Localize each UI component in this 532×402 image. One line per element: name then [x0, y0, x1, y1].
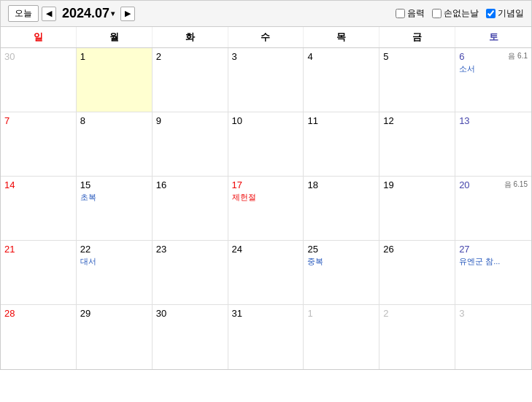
- cell-event: 유엔군 참...: [459, 256, 528, 267]
- cell-number: 12: [383, 115, 451, 126]
- month-year-text: 2024.07: [62, 6, 109, 21]
- day-headers: 일 월 화 수 목 금 토: [1, 27, 531, 48]
- cell-number: 30: [4, 51, 72, 62]
- cal-cell-w3-d5[interactable]: 26: [379, 241, 455, 305]
- cal-cell-w0-d3[interactable]: 3: [228, 48, 304, 112]
- cell-number: 15: [80, 179, 148, 190]
- cell-number: 3: [459, 308, 528, 319]
- cal-cell-w1-d0[interactable]: 7: [1, 112, 77, 177]
- holiday-checkbox-label[interactable]: 손없는날: [432, 7, 479, 20]
- cal-cell-w2-d6[interactable]: 음 6.1520: [455, 177, 531, 241]
- cell-event: 제헌절: [232, 192, 300, 203]
- cell-number: 4: [307, 51, 375, 62]
- cal-cell-w0-d4[interactable]: 4: [304, 48, 379, 112]
- holiday-checkbox[interactable]: [432, 9, 442, 18]
- cell-number: 19: [383, 179, 451, 190]
- cell-event: 대서: [80, 256, 148, 267]
- cal-cell-w2-d3[interactable]: 17제헌절: [228, 177, 304, 241]
- cal-cell-w3-d1[interactable]: 22대서: [77, 241, 153, 305]
- today-button[interactable]: 오늘: [8, 5, 39, 22]
- calendar-container: 오늘 ◀ 2024.07 ▾ ▶ 음력 손없는날 기념일 일 월: [0, 0, 532, 370]
- cal-cell-w1-d6[interactable]: 13: [455, 112, 531, 177]
- cal-cell-w2-d2[interactable]: 16: [153, 177, 228, 241]
- cell-number: 1: [80, 51, 148, 62]
- next-button[interactable]: ▶: [120, 7, 135, 21]
- cell-number: 21: [4, 244, 72, 255]
- cell-number: 7: [4, 115, 72, 126]
- lunar-checkbox[interactable]: [396, 9, 405, 18]
- cell-number: 9: [156, 115, 224, 126]
- cell-number: 25: [307, 244, 375, 255]
- anniversary-checkbox[interactable]: [486, 9, 496, 18]
- cell-event: 초복: [80, 192, 148, 203]
- cal-cell-w0-d6[interactable]: 음 6.16소서: [455, 48, 531, 112]
- prev-button[interactable]: ◀: [42, 7, 56, 21]
- cell-number: 23: [156, 244, 224, 255]
- cell-number: 28: [4, 308, 72, 319]
- anniversary-label: 기념일: [498, 7, 524, 20]
- lunar-checkbox-label[interactable]: 음력: [396, 7, 425, 20]
- header-thu: 목: [304, 27, 379, 47]
- cal-cell-w3-d0[interactable]: 21: [1, 241, 77, 305]
- cal-cell-w2-d5[interactable]: 19: [379, 177, 455, 241]
- cal-cell-w1-d2[interactable]: 9: [153, 112, 228, 177]
- cell-number: 10: [232, 115, 300, 126]
- cal-cell-w1-d3[interactable]: 10: [228, 112, 304, 177]
- cal-cell-w1-d4[interactable]: 11: [304, 112, 379, 177]
- calendar-grid: 3012345음 6.16소서789101112131415초복1617제헌절1…: [1, 48, 531, 369]
- cal-cell-w4-d5[interactable]: 2: [379, 305, 455, 369]
- cal-cell-w1-d5[interactable]: 12: [379, 112, 455, 177]
- cal-cell-w1-d1[interactable]: 8: [77, 112, 153, 177]
- cal-cell-w2-d0[interactable]: 14: [1, 177, 77, 241]
- cell-number: 8: [80, 115, 148, 126]
- header-options: 음력 손없는날 기념일: [396, 7, 524, 20]
- header-wed: 수: [228, 27, 304, 47]
- cell-number: 17: [232, 179, 300, 190]
- cell-number: 16: [156, 179, 224, 190]
- cell-number: 11: [307, 115, 375, 126]
- cell-number: 26: [383, 244, 451, 255]
- cell-number: 1: [307, 308, 375, 319]
- cal-cell-w0-d5[interactable]: 5: [379, 48, 455, 112]
- header-fri: 금: [379, 27, 455, 47]
- cell-number: 24: [232, 244, 300, 255]
- cal-cell-w4-d0[interactable]: 28: [1, 305, 77, 369]
- calendar-header: 오늘 ◀ 2024.07 ▾ ▶ 음력 손없는날 기념일: [1, 1, 531, 27]
- cal-cell-w4-d2[interactable]: 30: [153, 305, 228, 369]
- cal-cell-w0-d2[interactable]: 2: [153, 48, 228, 112]
- cell-lunar: 음 6.1: [508, 51, 528, 61]
- cal-cell-w0-d0[interactable]: 30: [1, 48, 77, 112]
- cell-event: 소서: [459, 63, 528, 74]
- cal-cell-w0-d1[interactable]: 1: [77, 48, 153, 112]
- cell-number: 5: [383, 51, 451, 62]
- cell-number: 3: [232, 51, 300, 62]
- header-sat: 토: [455, 27, 531, 47]
- lunar-label: 음력: [407, 7, 425, 20]
- cal-cell-w4-d6[interactable]: 3: [455, 305, 531, 369]
- cell-number: 31: [232, 308, 300, 319]
- cell-number: 22: [80, 244, 148, 255]
- header-sun: 일: [1, 27, 77, 47]
- cal-cell-w2-d1[interactable]: 15초복: [77, 177, 153, 241]
- anniversary-checkbox-label[interactable]: 기념일: [486, 7, 524, 20]
- cal-cell-w4-d4[interactable]: 1: [304, 305, 379, 369]
- cell-event: 중복: [307, 256, 375, 267]
- cal-cell-w3-d3[interactable]: 24: [228, 241, 304, 305]
- month-title: 2024.07 ▾: [62, 6, 115, 21]
- cal-cell-w2-d4[interactable]: 18: [304, 177, 379, 241]
- cal-cell-w3-d2[interactable]: 23: [153, 241, 228, 305]
- cal-cell-w3-d6[interactable]: 27유엔군 참...: [455, 241, 531, 305]
- cell-number: 14: [4, 179, 72, 190]
- header-left: 오늘 ◀ 2024.07 ▾ ▶: [8, 5, 135, 22]
- cell-number: 18: [307, 179, 375, 190]
- header-tue: 화: [153, 27, 228, 47]
- cal-cell-w4-d3[interactable]: 31: [228, 305, 304, 369]
- cell-number: 30: [156, 308, 224, 319]
- cal-cell-w4-d1[interactable]: 29: [77, 305, 153, 369]
- cell-number: 13: [459, 115, 528, 126]
- cell-lunar: 음 6.15: [504, 179, 528, 190]
- cal-cell-w3-d4[interactable]: 25중복: [304, 241, 379, 305]
- cell-number: 2: [156, 51, 224, 62]
- month-dropdown-icon[interactable]: ▾: [111, 9, 115, 18]
- holiday-label: 손없는날: [444, 7, 479, 20]
